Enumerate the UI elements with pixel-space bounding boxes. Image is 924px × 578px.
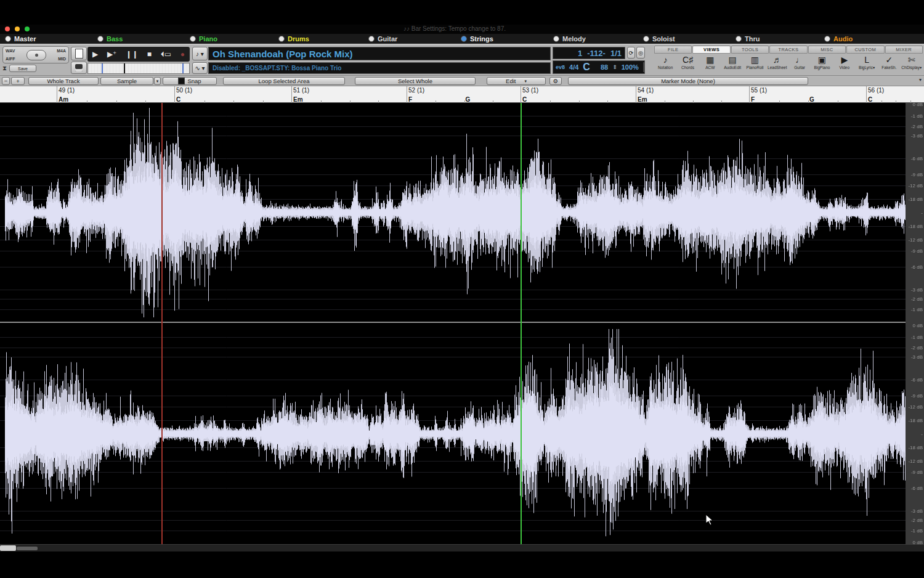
- bar-number: 50 (1): [176, 87, 192, 94]
- track-button-master[interactable]: Master: [5, 35, 36, 43]
- chord-label: C: [868, 96, 872, 103]
- select-whole-button[interactable]: Select Whole: [355, 77, 476, 85]
- ribbon-tab-misc[interactable]: MISC: [808, 46, 846, 54]
- notation-button[interactable]: ♪Notation: [654, 54, 676, 75]
- db-tick-label: -18 dB: [908, 445, 923, 450]
- video-button[interactable]: ▶Video: [833, 54, 856, 75]
- minimize-window-button[interactable]: [15, 26, 20, 31]
- timeline-bar-cell[interactable]: 53 (1)C: [521, 86, 636, 103]
- db-tick-label: -3 dB: [911, 287, 923, 292]
- marker-mode-dropdown[interactable]: Marker Mode (None): [568, 77, 808, 85]
- sample-button[interactable]: Sample: [100, 77, 153, 85]
- render-format-selector[interactable]: WAV M4A AIFF MID: [2, 46, 69, 63]
- track-button-strings[interactable]: Strings: [461, 35, 493, 43]
- ribbon-tab-views[interactable]: VIEWS: [692, 46, 730, 54]
- waveform-canvas[interactable]: [0, 103, 924, 544]
- timeline-bar-cell[interactable]: 56 (1)C: [866, 86, 924, 103]
- fake-sheet-button[interactable]: ✓FakeSh.: [878, 54, 900, 75]
- track-button-audio[interactable]: Audio: [824, 35, 853, 43]
- ribbon-tab-file[interactable]: FILE: [654, 46, 692, 54]
- timeline-bar-cell[interactable]: 55 (1)FG: [749, 86, 866, 103]
- track-button-melody[interactable]: Melody: [553, 35, 586, 43]
- acw-button[interactable]: ▦ACW: [699, 54, 721, 75]
- track-button-piano[interactable]: Piano: [190, 35, 217, 43]
- style-info[interactable]: Disabled: _BOSSAPT.STY: Bossa Piano Trio: [208, 62, 551, 74]
- tempo-display[interactable]: 88: [601, 63, 608, 71]
- bar-range-display[interactable]: -112-: [587, 49, 606, 58]
- sample-dropdown-arrow[interactable]: ▾: [154, 77, 161, 85]
- loop-button[interactable]: ⟳: [627, 47, 635, 59]
- edit-menu-button[interactable]: Edit ▾: [487, 77, 546, 85]
- format-m4a-label[interactable]: M4A: [57, 49, 66, 53]
- play-button[interactable]: ▶: [92, 51, 98, 58]
- stop-button[interactable]: ■: [147, 51, 152, 58]
- format-aiff-label[interactable]: AIFF: [6, 57, 15, 61]
- timeline-bar-cell[interactable]: 50 (1)C: [174, 86, 291, 103]
- snap-toggle[interactable]: Snap: [163, 77, 217, 85]
- ch-display-button[interactable]: ✄ChDisplay▾: [901, 54, 923, 75]
- save-button[interactable]: Save: [9, 65, 36, 72]
- track-button-drums[interactable]: Drums: [278, 35, 309, 43]
- volume-spinner-icon[interactable]: [643, 62, 644, 72]
- tempo-spinner[interactable]: ⇕: [612, 64, 617, 70]
- big-lyrics-button[interactable]: LBigLyric▾: [856, 54, 878, 75]
- chord-label: G: [466, 96, 471, 103]
- format-wav-label[interactable]: WAV: [6, 49, 15, 53]
- timeline-bar-cell[interactable]: 52 (1)FG: [407, 86, 521, 103]
- format-mid-label[interactable]: MID: [58, 57, 66, 61]
- track-radio-icon: [5, 36, 11, 42]
- scrollbar-thumb[interactable]: [0, 545, 16, 551]
- audio-settings-button[interactable]: ⚙: [549, 77, 562, 85]
- master-volume-display[interactable]: 100%: [622, 63, 639, 71]
- big-piano-button[interactable]: ▣BigPiano: [811, 54, 833, 75]
- hold-button[interactable]: ◎: [636, 47, 645, 59]
- track-button-bass[interactable]: Bass: [97, 35, 123, 43]
- key-display[interactable]: C: [583, 62, 590, 73]
- loop-selected-area-button[interactable]: Loop Selected Area: [223, 77, 345, 85]
- snap-checkbox[interactable]: [178, 78, 185, 84]
- bar-timeline[interactable]: 49 (1)Am50 (1)C51 (1)Em52 (1)FG53 (1)C54…: [0, 86, 924, 103]
- render-button[interactable]: [26, 50, 46, 60]
- chords-button[interactable]: C♯Chords: [676, 54, 699, 75]
- zoom-out-button[interactable]: −: [2, 77, 10, 85]
- bar-number: 55 (1): [751, 87, 767, 94]
- track-button-thru[interactable]: Thru: [736, 35, 760, 43]
- ribbon-tab-tools[interactable]: TOOLS: [731, 46, 769, 54]
- current-bar-display[interactable]: 1: [578, 49, 582, 58]
- toolbar-overflow-arrow[interactable]: ▾: [919, 77, 922, 85]
- song-position-strip[interactable]: [87, 63, 190, 74]
- zoom-in-button[interactable]: +: [11, 77, 25, 85]
- whole-track-button[interactable]: Whole Track: [28, 77, 99, 85]
- db-tick-label: -9 dB: [911, 470, 923, 475]
- time-signature-display[interactable]: 4/4: [569, 63, 578, 71]
- play-special-button[interactable]: ▶⁺: [107, 51, 117, 58]
- pause-button[interactable]: ❙❙: [126, 51, 138, 58]
- ribbon-tab-tracks[interactable]: TRACKS: [769, 46, 807, 54]
- position-marker: [102, 63, 103, 73]
- zoom-window-button[interactable]: [25, 26, 30, 31]
- ribbon-icon-label: Chords: [681, 65, 694, 70]
- chord-label: C: [176, 96, 180, 103]
- play-from-bar-button[interactable]: ⏴▭: [161, 51, 171, 58]
- new-song-button[interactable]: [71, 47, 87, 60]
- song-title[interactable]: Oh Shenandoah (Pop Rock Mix): [208, 47, 551, 60]
- close-window-button[interactable]: [5, 26, 10, 31]
- timeline-bar-cell[interactable]: 51 (1)Em: [291, 86, 407, 103]
- lead-sheet-button[interactable]: ♬LeadSheet: [766, 54, 788, 75]
- song-title-dropdown-button[interactable]: ♪ ▾: [192, 47, 208, 60]
- save-song-button[interactable]: [71, 62, 87, 74]
- record-button[interactable]: ●: [180, 51, 185, 58]
- feel-display[interactable]: ev8: [556, 64, 565, 70]
- piano-roll-button[interactable]: ▥PianoRoll: [744, 54, 766, 75]
- timeline-bar-cell[interactable]: 54 (1)Em: [636, 86, 749, 103]
- track-button-guitar[interactable]: Guitar: [368, 35, 397, 43]
- ribbon-tab-mixer[interactable]: MIXER: [885, 46, 923, 54]
- track-button-soloist[interactable]: Soloist: [643, 35, 675, 43]
- ribbon-tab-custom[interactable]: CUSTOM: [846, 46, 884, 54]
- horizontal-scrollbar[interactable]: [0, 544, 924, 552]
- timeline-bar-cell[interactable]: 49 (1)Am: [57, 86, 174, 103]
- audio-edit-button[interactable]: ▤AudioEdit: [721, 54, 744, 75]
- chorus-display[interactable]: 1/1: [610, 49, 622, 58]
- style-dropdown-button[interactable]: ∿ ▾: [192, 62, 208, 74]
- guitar-button[interactable]: ♩Guitar: [788, 54, 811, 75]
